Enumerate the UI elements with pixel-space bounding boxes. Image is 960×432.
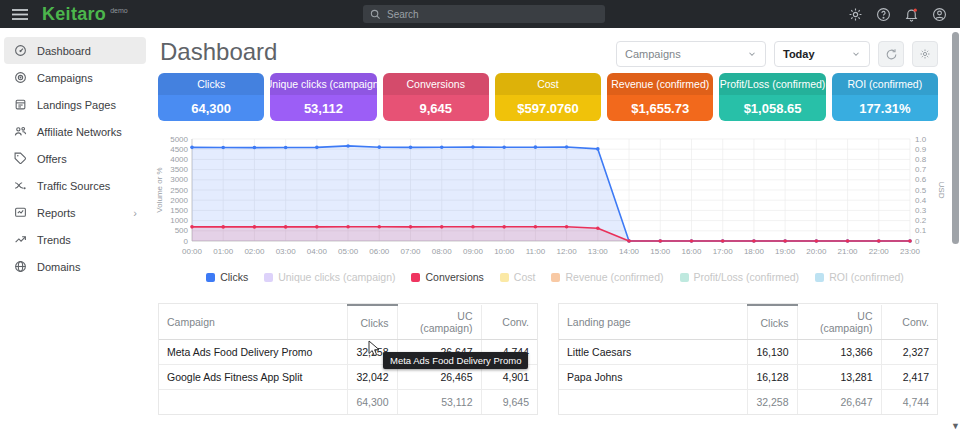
hover-tooltip: Meta Ads Food Delivery Promo [383,352,528,369]
legend-label: Unique clicks (campaign) [278,271,395,283]
total-clicks: 64,300 [347,390,397,415]
sidebar-item-landings-pages[interactable]: Landings Pages [4,91,146,118]
total-uc: 26,647 [797,390,881,415]
legend-item[interactable]: Conversions [411,271,483,283]
column-header-landing-page[interactable]: Landing page [559,305,747,340]
svg-text:0.5: 0.5 [915,186,927,195]
page-scrollbar: ▼ [950,28,960,432]
sidebar-item-label: Affiliate Networks [37,126,122,138]
svg-text:15:00: 15:00 [650,247,671,256]
sidebar-item-traffic-sources[interactable]: Traffic Sources [4,172,146,199]
svg-text:07:00: 07:00 [401,247,422,256]
landing-page-name[interactable]: Little Caesars [559,340,747,365]
svg-text:18:00: 18:00 [744,247,765,256]
svg-text:04:00: 04:00 [307,247,328,256]
chevron-down-icon [747,49,757,59]
target-icon [13,71,27,84]
sidebar-item-trends[interactable]: Trends [4,226,146,253]
keitaro-logo[interactable]: Keitaro [42,4,106,25]
refresh-icon [885,48,898,61]
column-header-conv[interactable]: Conv. [481,305,537,340]
dashboard-settings-button[interactable] [912,41,938,67]
metric-card-conversions: Conversions 9,645 [383,73,489,121]
cell-conv: 2,417 [881,365,937,390]
legend-item[interactable]: Revenue (confirmed) [551,271,663,283]
total-uc: 53,112 [397,390,481,415]
gauge-icon [13,44,27,57]
traffic-chart: 00:0001:0002:0003:0004:0005:0006:0007:00… [152,129,946,259]
legend-item[interactable]: Unique clicks (campaign) [264,271,395,283]
column-header-uc-campaign[interactable]: UC (campaign) [797,305,881,340]
account-icon[interactable] [932,7,947,22]
metric-card-profit-loss: Profit/Loss (confirmed) $1,058.65 [719,73,825,121]
total-clicks: 32,258 [747,390,797,415]
search-input[interactable] [387,9,587,20]
metric-value: $597.0760 [495,95,601,121]
svg-text:06:00: 06:00 [369,247,390,256]
main-content: Dashboard Campaigns Today Clicks 64,300 [150,28,960,432]
sidebar-item-label: Offers [37,153,67,165]
table-row: Little Caesars 16,130 13,366 2,327 [559,340,937,365]
scrollbar-thumb[interactable] [952,32,959,244]
metric-cards: Clicks 64,300 Unique clicks (campaign) 5… [158,73,938,121]
sidebar-item-dashboard[interactable]: Dashboard [4,37,146,64]
legend-item[interactable]: Clicks [206,271,248,283]
tag-icon [13,152,27,165]
menu-icon[interactable] [12,8,28,21]
help-icon[interactable] [876,7,891,22]
legend-label: Conversions [425,271,483,283]
svg-text:02:00: 02:00 [244,247,265,256]
landing-page-name[interactable]: Papa Johns [559,365,747,390]
totals-row: 32,258 26,647 4,744 [559,390,937,415]
scroll-down-arrow[interactable]: ▼ [951,421,959,431]
metric-label: Unique clicks (campaign) [270,73,376,95]
svg-text:21:00: 21:00 [838,247,859,256]
metric-label: ROI (confirmed) [832,73,938,95]
svg-text:12:00: 12:00 [557,247,578,256]
mouse-cursor [368,340,381,357]
sidebar-item-affiliate-networks[interactable]: Affiliate Networks [4,118,146,145]
sidebar-item-domains[interactable]: Domains [4,253,146,280]
svg-text:03:00: 03:00 [276,247,297,256]
sidebar-item-offers[interactable]: Offers [4,145,146,172]
legend-label: ROI (confirmed) [829,271,904,283]
svg-text:0: 0 [915,237,920,246]
campaign-name[interactable]: Meta Ads Food Delivery Promo [159,340,347,365]
legend-item[interactable]: ROI (confirmed) [815,271,904,283]
metric-value: 9,645 [383,95,489,121]
svg-text:10:00: 10:00 [494,247,515,256]
table-row: Papa Johns 16,128 13,281 2,417 [559,365,937,390]
legend-item[interactable]: Cost [500,271,536,283]
svg-text:0.9: 0.9 [915,145,927,154]
svg-text:Volume or %: Volume or % [155,167,164,212]
sidebar-item-campaigns[interactable]: Campaigns [4,64,146,91]
column-header-uc-campaign[interactable]: UC (campaign) [397,305,481,340]
column-header-conv[interactable]: Conv. [881,305,937,340]
column-header-campaign[interactable]: Campaign [159,305,347,340]
refresh-button[interactable] [878,41,904,67]
svg-text:1.0: 1.0 [915,135,927,144]
column-header-clicks[interactable]: Clicks [347,305,397,340]
legend-label: Profit/Loss (confirmed) [694,271,800,283]
svg-text:19:00: 19:00 [775,247,796,256]
svg-text:0.8: 0.8 [915,155,927,164]
campaign-name[interactable]: Google Ads Fitness App Split [159,365,347,390]
settings-icon[interactable] [848,7,863,22]
sidebar-item-label: Campaigns [37,72,93,84]
page-title: Dashboard [160,38,277,66]
notifications-icon[interactable] [904,7,919,22]
svg-text:2500: 2500 [170,186,188,195]
date-range-select[interactable]: Today [774,41,870,67]
search-bar[interactable] [363,5,605,23]
metric-value: 53,112 [270,95,376,121]
report-chart-icon [13,206,27,219]
total-conv: 9,645 [481,390,537,415]
sidebar-item-reports[interactable]: Reports › [4,199,146,226]
column-header-clicks[interactable]: Clicks [747,305,797,340]
campaigns-filter-value: Campaigns [625,48,681,60]
people-icon [13,125,27,138]
legend-item[interactable]: Profit/Loss (confirmed) [680,271,800,283]
campaigns-filter-select[interactable]: Campaigns [616,41,766,67]
svg-text:1500: 1500 [170,206,188,215]
svg-text:1000: 1000 [170,216,188,225]
